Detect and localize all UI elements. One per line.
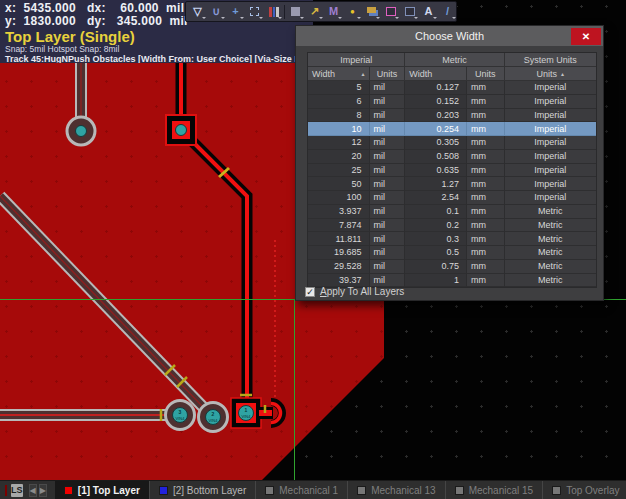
layer-tab-mechanical-1[interactable]: Mechanical 1 — [256, 481, 348, 499]
width-cell: 1 — [405, 274, 467, 288]
table-column-header: Width▴ Units Width Units Units▴ — [308, 67, 596, 81]
width-row-5-mil[interactable]: 5mil0.127mmImperial — [308, 81, 596, 95]
choose-width-dialog: Choose Width ✕ Imperial Metric System Un… — [295, 25, 604, 301]
square-pad-1[interactable]: 1 VIN4 — [231, 398, 261, 428]
width-row-19.685-mil[interactable]: 19.685mil0.5mmMetric — [308, 246, 596, 260]
group-imperial[interactable]: Imperial — [308, 53, 405, 67]
col-system-units[interactable]: Units▴ — [505, 67, 596, 81]
width-cell: mm — [467, 205, 505, 219]
width-cell: mil — [370, 260, 406, 274]
round-pad-2[interactable]: 2 VIN4 — [199, 403, 228, 432]
width-row-20-mil[interactable]: 20mil0.508mmImperial — [308, 150, 596, 164]
layer-stack-icon[interactable] — [362, 2, 381, 21]
apply-all-layers-label: Apply To All Layers — [320, 286, 404, 297]
layer-tab-top-overlay[interactable]: Top Overlay — [543, 481, 626, 499]
line-tool-icon[interactable]: / — [438, 2, 457, 21]
measure-route-icon[interactable]: ↗ — [305, 2, 324, 21]
width-cell: 0.1 — [405, 205, 467, 219]
round-pad-3[interactable]: 3 VIN4 — [166, 401, 195, 430]
width-cell: mil — [370, 246, 406, 260]
hud-track-info: Track 45:HugNPush Obstacles [Width From:… — [5, 55, 313, 63]
polygon-m-icon[interactable]: M — [324, 2, 343, 21]
width-row-7.874-mil[interactable]: 7.874mil0.2mmMetric — [308, 219, 596, 233]
fill-square-icon[interactable] — [286, 2, 305, 21]
width-cell: mil — [370, 95, 406, 109]
width-row-100-mil[interactable]: 100mil2.54mmImperial — [308, 191, 596, 205]
column-chart-icon[interactable] — [264, 2, 283, 21]
width-row-11.811-mil[interactable]: 11.811mil0.3mmMetric — [308, 232, 596, 246]
width-cell: mm — [467, 191, 505, 205]
text-string-icon[interactable]: A — [419, 2, 438, 21]
width-cell: 0.5 — [405, 246, 467, 260]
width-cell: Metric — [505, 232, 596, 246]
layer-tab--1-top-layer[interactable]: [1] Top Layer — [55, 481, 150, 499]
width-row-6-mil[interactable]: 6mil0.152mmImperial — [308, 95, 596, 109]
width-cell: Imperial — [505, 95, 596, 109]
dialog-title[interactable]: Choose Width — [296, 26, 603, 46]
width-row-25-mil[interactable]: 25mil0.635mmImperial — [308, 164, 596, 178]
width-cell: mil — [370, 191, 406, 205]
active-track-vin4[interactable] — [181, 62, 247, 402]
width-cell: 1.27 — [405, 177, 467, 191]
width-cell: mil — [370, 164, 406, 178]
width-cell: mm — [467, 122, 505, 136]
square-pad-top[interactable] — [166, 115, 196, 145]
width-cell: 8 — [308, 109, 370, 123]
width-cell: mm — [467, 246, 505, 260]
width-row-10-mil[interactable]: 10mil0.254mmImperial — [308, 122, 596, 136]
filter-icon[interactable]: ▽ — [188, 2, 207, 21]
width-table-body: 5mil0.127mmImperial6mil0.152mmImperial8m… — [308, 81, 596, 287]
width-cell: Imperial — [505, 122, 596, 136]
toolbar-icons: ▽∪+↗M●A/ — [188, 2, 457, 21]
width-row-12-mil[interactable]: 12mil0.305mmImperial — [308, 136, 596, 150]
svg-text:VIN4: VIN4 — [209, 418, 219, 423]
layer-tab--2-bottom-layer[interactable]: [2] Bottom Layer — [150, 481, 256, 499]
width-cell: Imperial — [505, 109, 596, 123]
width-cell: mil — [370, 81, 406, 95]
width-row-50-mil[interactable]: 50mil1.27mmImperial — [308, 177, 596, 191]
key-pin-icon[interactable]: ● — [343, 2, 362, 21]
hud-snap-info: Snap: 5mil Hotspot Snap: 8mil — [5, 45, 313, 54]
col-imperial-units[interactable]: Units — [370, 67, 406, 81]
apply-all-layers-checkbox[interactable]: ✓ — [305, 287, 315, 297]
snap-magnet-icon[interactable]: ∪ — [207, 2, 226, 21]
width-cell: 0.203 — [405, 109, 467, 123]
width-cell: mm — [467, 164, 505, 178]
width-cell: 10 — [308, 122, 370, 136]
group-metric[interactable]: Metric — [405, 53, 504, 67]
width-row-8-mil[interactable]: 8mil0.203mmImperial — [308, 109, 596, 123]
scroll-layers-right-icon[interactable]: ▶ — [39, 484, 47, 497]
width-cell: Metric — [505, 260, 596, 274]
width-row-3.937-mil[interactable]: 3.937mil0.1mmMetric — [308, 205, 596, 219]
apply-all-layers-option[interactable]: ✓ Apply To All Layers — [305, 286, 404, 297]
dim-track-diagonal[interactable] — [0, 196, 203, 407]
col-metric-units[interactable]: Units — [467, 67, 505, 81]
layer-color-swatch — [455, 486, 464, 495]
room-icon[interactable] — [381, 2, 400, 21]
width-cell: 0.2 — [405, 219, 467, 233]
layer-sets-button[interactable]: LS — [11, 484, 23, 497]
layer-tab-mechanical-13[interactable]: Mechanical 13 — [348, 481, 445, 499]
col-imperial-width[interactable]: Width▴ — [308, 67, 370, 81]
group-system-units[interactable]: System Units — [505, 53, 596, 67]
layer-tab-mechanical-15[interactable]: Mechanical 15 — [446, 481, 543, 499]
hud-active-layer: Top Layer (Single) — [5, 29, 313, 44]
move-crosshair-icon[interactable]: + — [226, 2, 245, 21]
width-row-29.528-mil[interactable]: 29.528mil0.75mmMetric — [308, 260, 596, 274]
width-cell: 100 — [308, 191, 370, 205]
col-metric-width[interactable]: Width — [405, 67, 467, 81]
width-cell: mil — [370, 177, 406, 191]
width-cell: mil — [370, 122, 406, 136]
board-region-icon[interactable] — [400, 2, 419, 21]
area-select-icon[interactable] — [245, 2, 264, 21]
current-layer-color-swatch[interactable] — [5, 485, 7, 496]
width-cell: mil — [370, 232, 406, 246]
layer-color-swatch — [357, 486, 366, 495]
width-cell: mil — [370, 136, 406, 150]
track-stub-hook[interactable] — [259, 402, 282, 424]
width-cell: mil — [370, 109, 406, 123]
scroll-layers-left-icon[interactable]: ◀ — [29, 484, 37, 497]
round-via-top[interactable] — [67, 117, 95, 145]
width-cell: 20 — [308, 150, 370, 164]
close-icon[interactable]: ✕ — [571, 28, 601, 45]
